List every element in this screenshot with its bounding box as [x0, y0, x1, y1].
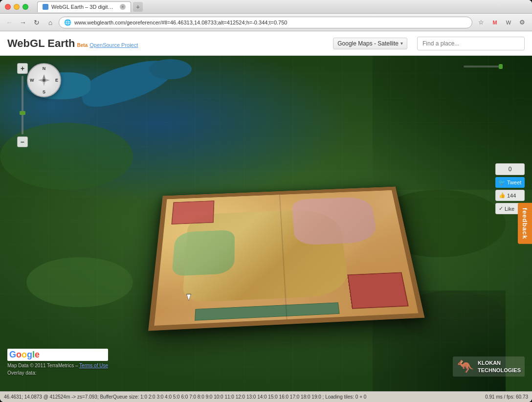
- map-area[interactable]: + – N S E W: [0, 56, 532, 391]
- security-icon: 🌐: [64, 19, 71, 26]
- extension-icon[interactable]: W: [503, 17, 514, 28]
- like-count: 144: [507, 193, 516, 199]
- url-bar[interactable]: 🌐 www.webglearth.com/georeferencer/#ll=4…: [59, 17, 472, 28]
- territory-green: [172, 230, 235, 276]
- water-body-3: [149, 59, 192, 79]
- facebook-like-count: 👍 144: [495, 190, 525, 201]
- status-bar: 46.4631; 14.0873 @ 412524m -> zs=7.093; …: [0, 391, 532, 402]
- terrain-patch-2: [26, 257, 133, 308]
- territory-pink: [291, 197, 378, 246]
- map-selector-label: Google Maps - Satellite: [337, 40, 399, 47]
- title-bar: WebGL Earth – 3D digital glo... × +: [0, 0, 532, 14]
- twitter-icon: 🐦: [498, 179, 506, 186]
- tweet-label: Tweet: [507, 179, 521, 185]
- like-label: Like: [505, 206, 514, 212]
- status-left: 46.4631; 14.0873 @ 412524m -> zs=7.093; …: [4, 394, 366, 400]
- compass-north: N: [43, 66, 46, 71]
- zoom-out-button[interactable]: –: [17, 136, 28, 147]
- maximize-button[interactable]: [22, 4, 28, 10]
- tab-area: WebGL Earth – 3D digital glo... × +: [37, 1, 527, 12]
- tweet-button[interactable]: 🐦 Tweet: [495, 177, 525, 188]
- zoom-in-button[interactable]: +: [17, 63, 28, 74]
- nav-icons-right: ☆ M W ⚙: [475, 17, 528, 28]
- tab-close-button[interactable]: ×: [120, 4, 126, 10]
- close-button[interactable]: [5, 4, 11, 10]
- svg-point-4: [43, 79, 45, 82]
- tab-label: WebGL Earth – 3D digital glo...: [51, 4, 115, 10]
- forward-button[interactable]: →: [18, 17, 28, 28]
- historical-map-overlay: [148, 187, 424, 331]
- compass-arrow-icon: [37, 73, 51, 88]
- refresh-button[interactable]: ↻: [31, 17, 42, 28]
- status-right: 0.91 ms / fps: 60.73: [485, 394, 528, 400]
- check-icon: ✓: [499, 205, 503, 212]
- logo-text: WebGL Earth: [7, 37, 75, 50]
- tab-favicon: [43, 4, 48, 10]
- tilt-indicator[interactable]: [464, 66, 503, 67]
- navigation-compass[interactable]: N S E W: [27, 63, 61, 97]
- zoom-controls: + –: [17, 63, 28, 147]
- map-inset-bottom-right: [347, 272, 409, 309]
- opensource-link[interactable]: OpenSource Project: [89, 42, 138, 48]
- historical-map-inner: [148, 187, 424, 331]
- home-button[interactable]: ⌂: [45, 17, 56, 28]
- nav-bar: ← → ↻ ⌂ 🌐 www.webglearth.com/georeferenc…: [0, 14, 532, 31]
- share-count: 0: [495, 163, 525, 175]
- logo-beta: Beta: [77, 43, 88, 48]
- feedback-button[interactable]: feedback: [518, 203, 532, 244]
- url-text: www.webglearth.com/georeferencer/#ll=46.…: [74, 20, 467, 25]
- back-button[interactable]: ←: [4, 17, 15, 28]
- compass-south: S: [43, 89, 45, 94]
- zoom-slider-thumb[interactable]: [20, 111, 25, 115]
- compass-circle[interactable]: N S E W: [27, 63, 61, 97]
- compass-east: E: [55, 78, 58, 83]
- place-search-input[interactable]: [417, 37, 525, 50]
- minimize-button[interactable]: [14, 4, 20, 10]
- settings-icon[interactable]: ⚙: [516, 17, 528, 28]
- tilt-thumb[interactable]: [499, 64, 503, 69]
- browser-tab[interactable]: WebGL Earth – 3D digital glo... ×: [37, 1, 131, 12]
- map-inset-top-left: [171, 201, 214, 224]
- new-tab-button[interactable]: +: [133, 2, 143, 12]
- app-header: WebGL Earth Beta OpenSource Project Goog…: [0, 31, 532, 56]
- bookmark-icon[interactable]: ☆: [475, 17, 487, 28]
- zoom-slider-track[interactable]: [22, 76, 23, 134]
- gmail-icon[interactable]: M: [489, 17, 501, 28]
- chevron-down-icon: ▾: [400, 41, 403, 46]
- thumbs-up-icon: 👍: [499, 192, 506, 199]
- browser-window: WebGL Earth – 3D digital glo... × + ← → …: [0, 0, 532, 402]
- app-logo: WebGL Earth Beta OpenSource Project: [7, 37, 138, 50]
- traffic-lights: [5, 4, 28, 10]
- compass-west: W: [30, 78, 34, 83]
- map-selector-dropdown[interactable]: Google Maps - Satellite ▾: [333, 38, 407, 49]
